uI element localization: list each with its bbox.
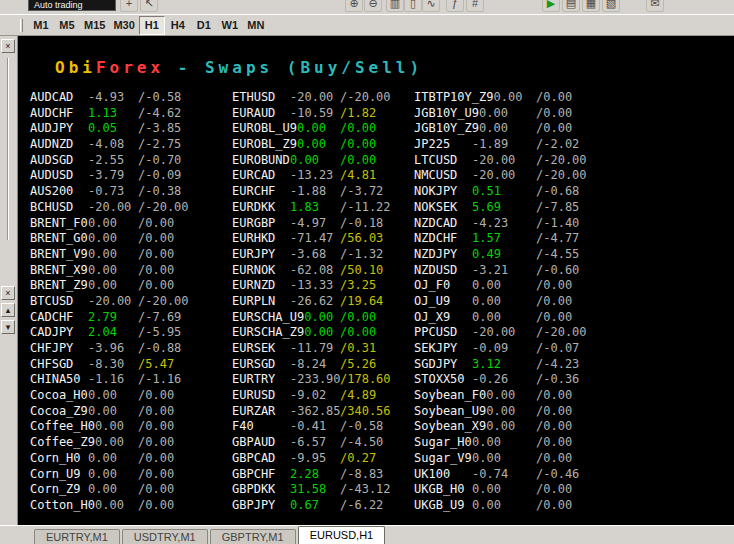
- swap-row: Corn_H00.00/0.00: [30, 451, 226, 467]
- timeframe-button-mn[interactable]: MN: [243, 16, 269, 35]
- sell-swap-value: /-11.22: [340, 200, 391, 216]
- swap-row: Cotton_H00.00/0.00: [30, 498, 226, 514]
- grid-icon[interactable]: #: [466, 0, 484, 12]
- timeframe-button-m5[interactable]: M5: [54, 16, 80, 35]
- swap-row: NOKSEK5.69/-7.85: [414, 200, 610, 216]
- sell-swap-value: /-0.58: [138, 90, 181, 106]
- buy-swap-value: -3.96: [88, 341, 124, 355]
- buy-swap-value: 0.00: [479, 121, 508, 135]
- symbol-label: NZDUSD: [414, 263, 472, 279]
- dock-scroll-up-button[interactable]: ▴: [1, 303, 15, 317]
- dock-scroll-down-button[interactable]: ▾: [1, 320, 15, 334]
- sell-swap-value: /0.00: [536, 498, 572, 514]
- symbol-label: BRENT_F0: [30, 216, 88, 232]
- candlestick-chart-icon[interactable]: ▯: [404, 0, 422, 12]
- timeframe-button-m1[interactable]: M1: [28, 16, 54, 35]
- buy-swap-value: 0.00: [88, 451, 117, 465]
- chart-area[interactable]: ObiForex - Swaps (Buy/Sell) AUDCAD-4.93/…: [18, 36, 734, 525]
- app-window: { "tooltip": { "text": "Auto trading" },…: [0, 0, 734, 544]
- chart-tabs: EURTRY,M1USDTRY,M1GBPTRY,M1EURUSD,H1: [34, 526, 387, 544]
- symbol-label: AUDNZD: [30, 137, 88, 153]
- swap-row: BTCUSD-20.00/-20.00: [30, 294, 226, 310]
- chart-tab-gbptry-m1[interactable]: GBPTRY,M1: [210, 529, 296, 544]
- sell-swap-value: /-0.88: [138, 341, 181, 357]
- buy-swap-value: 0.00: [472, 498, 501, 512]
- indicators-icon[interactable]: ƒ: [446, 0, 464, 12]
- chart-tab-eurtry-m1[interactable]: EURTRY,M1: [34, 529, 120, 544]
- template-icon[interactable]: ▦: [582, 0, 600, 12]
- swap-row: NZDCHF1.57/-4.77: [414, 231, 610, 247]
- buy-swap-value: 3.12: [472, 357, 501, 371]
- symbol-label: GBPCAD: [232, 451, 290, 467]
- swap-row: GBPAUD-6.57/-4.50: [232, 435, 428, 451]
- buy-swap-value: -3.21: [472, 263, 508, 277]
- buy-swap-value: 0.00: [88, 247, 117, 261]
- timeframe-button-d1[interactable]: D1: [191, 16, 217, 35]
- sell-swap-value: /0.00: [340, 325, 376, 341]
- buy-swap-value: 2.79: [88, 310, 117, 324]
- autotrading-icon[interactable]: ▶: [542, 0, 560, 12]
- swap-row: F40-0.41/-0.58: [232, 419, 428, 435]
- sell-swap-value: /0.00: [536, 451, 572, 467]
- sell-swap-value: /-4.23: [536, 357, 579, 373]
- sell-swap-value: /0.00: [138, 498, 174, 514]
- dock-close-button-2[interactable]: ×: [1, 286, 15, 300]
- swap-row: ITBTP10Y_Z90.00/0.00: [414, 90, 610, 106]
- sell-swap-value: /340.56: [340, 404, 391, 420]
- symbol-label: Soybean_F0: [414, 388, 486, 404]
- sell-swap-value: /0.00: [138, 247, 174, 263]
- bar-chart-icon[interactable]: ▥: [386, 0, 404, 12]
- buy-swap-value: 0.00: [472, 294, 501, 308]
- line-chart-icon[interactable]: ∿: [422, 0, 440, 12]
- mail-icon[interactable]: ✉: [646, 0, 664, 12]
- dock-close-button[interactable]: ×: [1, 39, 15, 53]
- symbol-label: JP225: [414, 137, 472, 153]
- chart-tab-usdtry-m1[interactable]: USDTRY,M1: [122, 529, 208, 544]
- sell-swap-value: /0.00: [536, 90, 572, 106]
- profile-icon[interactable]: ▧: [602, 0, 620, 12]
- buy-swap-value: 0.00: [472, 310, 501, 324]
- sell-swap-value: /0.00: [138, 216, 174, 232]
- swap-row: EURCHF-1.88/-3.72: [232, 184, 428, 200]
- toolbar-grip-handle[interactable]: [20, 19, 23, 32]
- timeframe-button-m15[interactable]: M15: [80, 16, 109, 35]
- symbol-label: GBPJPY: [232, 498, 290, 514]
- buy-swap-value: -3.68: [290, 247, 326, 261]
- zoom-in-icon[interactable]: ⊕: [345, 0, 363, 12]
- symbol-label: CADCHF: [30, 310, 88, 326]
- sell-swap-value: /0.00: [536, 404, 572, 420]
- sell-swap-value: /0.00: [138, 419, 174, 435]
- timeframe-button-w1[interactable]: W1: [217, 16, 243, 35]
- sell-swap-value: /0.00: [138, 388, 174, 404]
- buy-swap-value: -2.55: [88, 153, 124, 167]
- swap-row: CHFJPY-3.96/-0.88: [30, 341, 226, 357]
- buy-swap-value: 1.57: [472, 231, 501, 245]
- buy-swap-value: 0.00: [95, 498, 124, 512]
- close-icon: ×: [5, 41, 10, 51]
- symbol-label: Soybean_X9: [414, 419, 486, 435]
- buy-swap-value: -0.73: [88, 184, 124, 198]
- sell-swap-value: /50.10: [340, 263, 383, 279]
- crosshair-icon[interactable]: +: [120, 0, 138, 12]
- symbol-label: Coffee_Z9: [30, 435, 95, 451]
- timeframe-button-h4[interactable]: H4: [165, 16, 191, 35]
- buy-swap-value: 2.04: [88, 325, 117, 339]
- cursor-icon[interactable]: ↖: [140, 0, 158, 12]
- chart-tab-eurusd-h1[interactable]: EURUSD,H1: [298, 526, 386, 544]
- swap-row: CHINA50-1.16/-1.16: [30, 372, 226, 388]
- swap-row: BRENT_F00.00/0.00: [30, 216, 226, 232]
- buy-swap-value: -4.97: [290, 216, 326, 230]
- sell-swap-value: /-4.55: [536, 247, 579, 263]
- symbol-label: ETHUSD: [232, 90, 290, 106]
- buy-swap-value: 0.00: [88, 216, 117, 230]
- sell-swap-value: /0.00: [138, 278, 174, 294]
- new-order-icon[interactable]: ▤: [562, 0, 580, 12]
- sell-swap-value: /-20.00: [340, 90, 391, 106]
- sell-swap-value: /-0.09: [138, 168, 181, 184]
- zoom-out-icon[interactable]: ⊖: [364, 0, 382, 12]
- swap-row: NZDJPY0.49/-4.55: [414, 247, 610, 263]
- timeframe-button-h1[interactable]: H1: [139, 16, 165, 35]
- swap-row: NZDCAD-4.23/-1.40: [414, 216, 610, 232]
- sell-swap-value: /-1.32: [340, 247, 383, 263]
- timeframe-button-m30[interactable]: M30: [109, 16, 138, 35]
